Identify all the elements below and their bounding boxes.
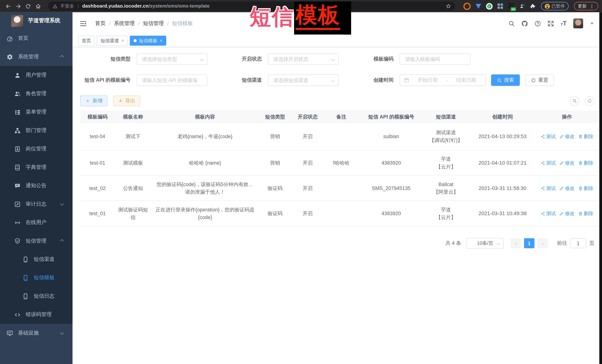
- sidebar-item-notices[interactable]: 通知公告: [0, 177, 73, 195]
- edit-link[interactable]: 修改: [559, 159, 575, 167]
- sidebar-item-departments[interactable]: 部门管理: [0, 121, 73, 140]
- sidebar-item-home[interactable]: 首页: [0, 29, 73, 47]
- github-icon[interactable]: [521, 20, 528, 27]
- date-range-picker[interactable]: 开始日期 - 结束日期: [400, 74, 486, 86]
- test-link[interactable]: 测试: [540, 210, 556, 217]
- home-icon[interactable]: [35, 3, 41, 9]
- browser-menu-icon[interactable]: ⋮: [589, 4, 594, 9]
- date-end-placeholder[interactable]: 结束日期: [451, 77, 481, 83]
- sidebar-item-system[interactable]: 系统管理: [0, 48, 73, 66]
- search-icon[interactable]: [508, 20, 515, 27]
- col-header: 开启状态: [291, 111, 324, 123]
- update-badge[interactable]: 更新 ⋮: [574, 2, 598, 10]
- next-page-button[interactable]: ›: [538, 238, 548, 248]
- extension-person-search-icon[interactable]: [519, 3, 525, 9]
- user-icon: [14, 72, 21, 79]
- page-size-select[interactable]: 10条/页: [467, 238, 504, 249]
- edit-link[interactable]: 修改: [559, 210, 575, 217]
- user-avatar[interactable]: [573, 18, 583, 28]
- sidebar-item-label: 角色管理: [26, 90, 46, 97]
- fullscreen-icon[interactable]: [548, 20, 554, 27]
- test-link[interactable]: 测试: [540, 159, 556, 167]
- sidebar: 芋道管理系统 首页 系统管理 用户管理 角色管理: [0, 12, 73, 364]
- back-icon[interactable]: [5, 3, 11, 9]
- address-bar[interactable]: 不安全 | dashboard.yudao.iocoder.cn/system/…: [48, 1, 455, 11]
- sidebar-item-audit-log[interactable]: 审计日志: [0, 195, 73, 213]
- sidebar-item-posts[interactable]: 岗位管理: [0, 140, 73, 158]
- tab-sms-template[interactable]: 短信模板 ×: [130, 36, 166, 46]
- forward-icon[interactable]: [15, 3, 21, 9]
- date-start-placeholder[interactable]: 开始日期: [412, 77, 443, 83]
- goto-page-input[interactable]: [570, 238, 586, 248]
- help-icon[interactable]: [535, 20, 541, 27]
- delete-link[interactable]: 删除: [578, 210, 593, 217]
- sidebar-item-infrastructure[interactable]: 基础设施: [0, 324, 73, 342]
- test-link[interactable]: 测试: [540, 184, 556, 192]
- sidebar-item-error-codes[interactable]: 错误码管理: [0, 305, 73, 324]
- prev-page-button[interactable]: ‹: [511, 238, 521, 248]
- sidebar-toggle-icon[interactable]: [79, 20, 87, 27]
- current-page[interactable]: 1: [524, 238, 534, 248]
- paused-badge[interactable]: 已暂停: [541, 2, 569, 10]
- app-logo[interactable]: 芋道管理系统: [0, 12, 73, 29]
- channel-select[interactable]: [268, 74, 339, 86]
- extension-grid-icon[interactable]: [497, 3, 503, 9]
- sidebar-item-online-users[interactable]: 在线用户: [0, 213, 73, 232]
- tab-sms-channel[interactable]: 短信渠道 ×: [97, 36, 128, 46]
- bookmark-star-icon[interactable]: [446, 3, 451, 9]
- reset-button[interactable]: 重置: [525, 74, 554, 86]
- extension-ring-icon[interactable]: [463, 2, 471, 10]
- table-row[interactable]: test_01 测试验证码短信 正在进行登录操作{operation}，您的验证…: [80, 201, 598, 227]
- template-code-input[interactable]: [404, 56, 461, 62]
- toggle-search-button[interactable]: [570, 96, 579, 106]
- chevron-down-icon: [331, 57, 335, 61]
- api-code-field[interactable]: [137, 74, 207, 86]
- extension-gem-icon[interactable]: [475, 4, 481, 9]
- cell-created: 2021-03-31 10:49:38: [468, 207, 537, 219]
- channel-input[interactable]: [273, 77, 329, 83]
- test-link[interactable]: 测试: [540, 133, 556, 140]
- breadcrumb-home[interactable]: 首页: [95, 20, 106, 27]
- sidebar-item-label: 部门管理: [26, 127, 46, 134]
- sidebar-item-roles[interactable]: 角色管理: [0, 84, 73, 103]
- close-icon[interactable]: ×: [160, 38, 162, 43]
- table-row[interactable]: test-04 测试下 老鸡{name}，牛逼{code} 营销 开启 suib…: [80, 123, 598, 150]
- sms-type-select[interactable]: [137, 53, 207, 65]
- sidebar-item-dictionary[interactable]: 字典管理: [0, 158, 73, 177]
- table-row[interactable]: test_02 公告通知 您的验证码{code}，该验证码5分钟内有效，请勿泄漏…: [80, 176, 598, 201]
- add-button[interactable]: ＋ 新增: [80, 95, 108, 106]
- font-size-icon[interactable]: TT: [560, 20, 567, 26]
- sms-type-input[interactable]: [141, 56, 198, 62]
- delete-link[interactable]: 删除: [578, 133, 593, 140]
- template-code-field[interactable]: [400, 53, 470, 65]
- sidebar-item-label: 岗位管理: [26, 145, 46, 152]
- search-button[interactable]: 搜索: [491, 74, 520, 86]
- breadcrumb-system[interactable]: 系统管理: [114, 20, 135, 27]
- export-button[interactable]: 导出: [113, 95, 140, 106]
- sidebar-item-sms[interactable]: 短信管理: [0, 232, 73, 250]
- table-row[interactable]: test-01 测试模板 哈哈哈 {name} 营销 开启 f哈哈哈 43839…: [80, 150, 598, 176]
- reload-icon[interactable]: [25, 3, 31, 9]
- extension-y-icon[interactable]: y: [486, 3, 492, 10]
- sidebar-item-sms-template[interactable]: 短信模板: [0, 269, 73, 287]
- breadcrumb-sms[interactable]: 短信管理: [143, 20, 164, 27]
- close-icon[interactable]: ×: [121, 38, 124, 43]
- refresh-table-button[interactable]: [585, 96, 594, 106]
- cell-name: 测试模板: [115, 157, 151, 169]
- sidebar-item-sms-channel[interactable]: 短信渠道: [0, 250, 73, 269]
- edit-link[interactable]: 修改: [559, 184, 575, 192]
- extension-list-icon[interactable]: on: [508, 3, 514, 9]
- status-input[interactable]: [273, 56, 329, 62]
- sidebar-item-menus[interactable]: 菜单管理: [0, 103, 73, 121]
- avatar-caret-icon[interactable]: [591, 22, 594, 24]
- delete-link[interactable]: 删除: [578, 184, 593, 192]
- status-select[interactable]: [268, 53, 339, 65]
- extensions-puzzle-icon[interactable]: [529, 3, 535, 9]
- tab-home[interactable]: 首页: [78, 36, 95, 46]
- window-scrollbar-strip[interactable]: [599, 12, 602, 364]
- edit-link[interactable]: 修改: [559, 133, 575, 140]
- sidebar-item-sms-log[interactable]: 短信日志: [0, 287, 73, 305]
- delete-link[interactable]: 删除: [578, 159, 593, 167]
- sidebar-item-users[interactable]: 用户管理: [0, 66, 73, 84]
- api-code-input[interactable]: [141, 77, 198, 83]
